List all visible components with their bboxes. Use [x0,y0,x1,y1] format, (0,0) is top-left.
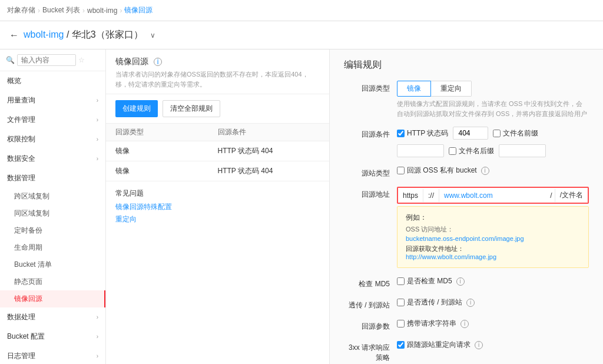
example-box: 例如： OSS 访问地址： bucketname.oss-endpoint.co… [397,206,589,268]
star-icon: ☆ [78,56,85,64]
create-rule-button[interactable]: 创建规则 [115,100,158,117]
sidebar-item-same-region[interactable]: 同区域复制 [0,205,105,222]
source-type-hint: 使用镜像方式配置回源规则，当请求在 OSS 中没有找到文件，会自动到回源站抓取对… [397,99,589,118]
passthrough-row: 透传 / 到源站 是否透传 / 到源站 i [344,297,589,310]
md5-label: 检查 MD5 [344,276,397,289]
source-type-label: 回源类型 [344,81,397,94]
faq-link-redirect[interactable]: 重定向 [115,214,320,224]
source-url-row: 回源地址 https :// / /文件名 例如： OSS 访问地址： buck… [344,187,589,268]
sidebar-section-data: 数据管理 [0,168,105,188]
oss-url-value: bucketname.oss-endpoint.com/image.jpg [406,235,580,242]
table-header: 回源类型 回源条件 [106,124,329,141]
chevron-down-icon[interactable]: ∨ [150,31,155,39]
oss-private-check[interactable]: 回源 OSS 私有 bucket i [397,166,589,176]
left-panel-title: 镜像回源 i [115,57,320,67]
passthrough-content: 是否透传 / 到源站 i [397,297,589,307]
sidebar-item-inventory[interactable]: Bucket 清单 [0,256,105,273]
file-prefix-check[interactable]: 文件名前缀 [493,128,538,138]
http-status-input[interactable] [453,127,488,140]
url-domain-input[interactable] [439,189,548,202]
nav-item-4[interactable]: 镜像回源 [124,5,153,15]
faq-section: 常见问题 镜像回源特殊配置 重定向 [106,181,329,234]
source-params-check[interactable]: 携带请求字符串 i [397,319,589,329]
bucket-name: wbolt-img [24,29,64,39]
md5-check[interactable]: 是否检查 MD5 i [397,276,589,286]
passthrough-check[interactable]: 是否透传 / 到源站 i [397,297,589,307]
sidebar-item-cross-region[interactable]: 跨区域复制 [0,188,105,205]
origin-type-label: 源站类型 [344,166,397,178]
md5-row: 检查 MD5 是否检查 MD5 i [344,276,589,289]
source-url-label: 回源地址 [344,187,397,200]
sidebar-item-backup[interactable]: 定时备份 [0,222,105,239]
type-btn-redirect[interactable]: 重定向 [431,81,472,97]
sidebar: 🔍 ☆ 概览 用量查询› 文件管理› 权限控制› 数据安全› 数据管理 跨区域复… [0,49,106,364]
source-params-checkbox[interactable] [397,320,405,327]
origin-url-label: 回源获取文件地址： [406,244,580,253]
sidebar-item-lifecycle[interactable]: 生命周期 [0,239,105,256]
oss-url-label: OSS 访问地址： [406,225,580,234]
md5-info-icon[interactable]: i [456,277,465,286]
sidebar-sub-data: 跨区域复制 同区域复制 定时备份 生命周期 Bucket 清单 静态页面 镜像回… [0,188,105,307]
redirect-3xx-label: 3xx 请求响应策略 [344,340,397,363]
sidebar-item-processing[interactable]: 数据处理› [0,307,105,327]
nav-item-3[interactable]: wbolt-img [87,6,117,15]
http-status-checkbox[interactable] [397,130,405,137]
table-row[interactable]: 镜像 HTTP 状态码 404 [106,141,329,161]
file-prefix-input[interactable] [397,144,444,157]
source-type-row: 回源类型 镜像 重定向 使用镜像方式配置回源规则，当请求在 OSS 中没有找到文… [344,81,589,118]
sidebar-item-logs[interactable]: 日志管理› [0,346,105,364]
sidebar-item-usage[interactable]: 用量查询› [0,91,105,110]
file-suffix-input[interactable] [499,144,546,157]
nav-item-1[interactable]: 对象存储 [7,5,35,15]
faq-link-mirror[interactable]: 镜像回源特殊配置 [115,202,320,212]
redirect-3xx-row: 3xx 请求响应策略 跟随源站重定向请求 i [344,340,589,363]
origin-type-row: 源站类型 回源 OSS 私有 bucket i [344,166,589,178]
sidebar-item-files[interactable]: 文件管理› [0,110,105,130]
oss-private-checkbox[interactable] [397,167,405,174]
table-row[interactable]: 镜像 HTTP 状态码 404 [106,161,329,181]
search-input[interactable] [17,54,76,66]
file-suffix-checkbox[interactable] [449,147,456,155]
md5-content: 是否检查 MD5 i [397,276,589,286]
nav-item-2[interactable]: Bucket 列表 [42,5,80,15]
sidebar-item-static[interactable]: 静态页面 [0,273,105,290]
file-suffix-check[interactable]: 文件名后缀 [449,146,494,156]
right-panel: 编辑规则 回源类型 镜像 重定向 使用镜像方式配置回源规则，当请求在 OSS 中… [330,49,603,364]
source-condition-row: 回源条件 HTTP 状态码 文件名前缀 [344,127,589,157]
http-status-check[interactable]: HTTP 状态码 [397,128,448,138]
redirect-3xx-info-icon[interactable]: i [475,341,483,349]
redirect-3xx-checkbox[interactable] [397,341,405,349]
passthrough-checkbox[interactable] [397,299,405,306]
source-condition-content: HTTP 状态码 文件名前缀 文件名后缀 [397,127,589,157]
header-title: wbolt-img / 华北3（张家口） [24,29,143,41]
source-params-info-icon[interactable]: i [460,320,469,328]
source-params-label: 回源参数 [344,319,397,332]
url-slash: / [548,189,555,202]
sidebar-item-overview[interactable]: 概览 [0,71,105,91]
sidebar-item-security[interactable]: 数据安全› [0,149,105,168]
clear-rules-button[interactable]: 清空全部规则 [163,100,220,117]
url-separator: :// [423,189,439,202]
sidebar-item-mirror[interactable]: 镜像回源 [0,290,105,307]
sidebar-menu: 概览 用量查询› 文件管理› 权限控制› 数据安全› 数据管理 跨区域复制 同区… [0,71,105,364]
redirect-3xx-check[interactable]: 跟随源站重定向请求 i [397,340,589,350]
oss-info-icon[interactable]: i [481,167,489,175]
search-icon: 🔍 [6,56,15,64]
sidebar-item-access[interactable]: 权限控制› [0,130,105,149]
info-icon[interactable]: i [154,58,162,66]
source-url-content: https :// / /文件名 例如： OSS 访问地址： bucketnam… [397,187,589,268]
passthrough-info-icon[interactable]: i [466,299,475,307]
top-nav: 对象存储 › Bucket 列表 › wbolt-img › 镜像回源 [0,0,603,21]
url-input-group: https :// / /文件名 [397,187,589,204]
file-prefix-checkbox[interactable] [493,130,501,137]
source-params-row: 回源参数 携带请求字符串 i [344,319,589,332]
back-button[interactable]: ← [9,30,19,41]
origin-type-content: 回源 OSS 私有 bucket i [397,166,589,176]
type-btn-mirror[interactable]: 镜像 [397,81,431,97]
md5-checkbox[interactable] [397,277,405,285]
redirect-3xx-content: 跟随源站重定向请求 i [397,340,589,350]
sidebar-item-bucket-config[interactable]: Bucket 配置› [0,327,105,346]
faq-title: 常见问题 [115,188,320,198]
header-bar: ← wbolt-img / 华北3（张家口） ∨ [0,21,603,49]
left-panel-actions: 创建规则 清空全部规则 [106,94,329,124]
